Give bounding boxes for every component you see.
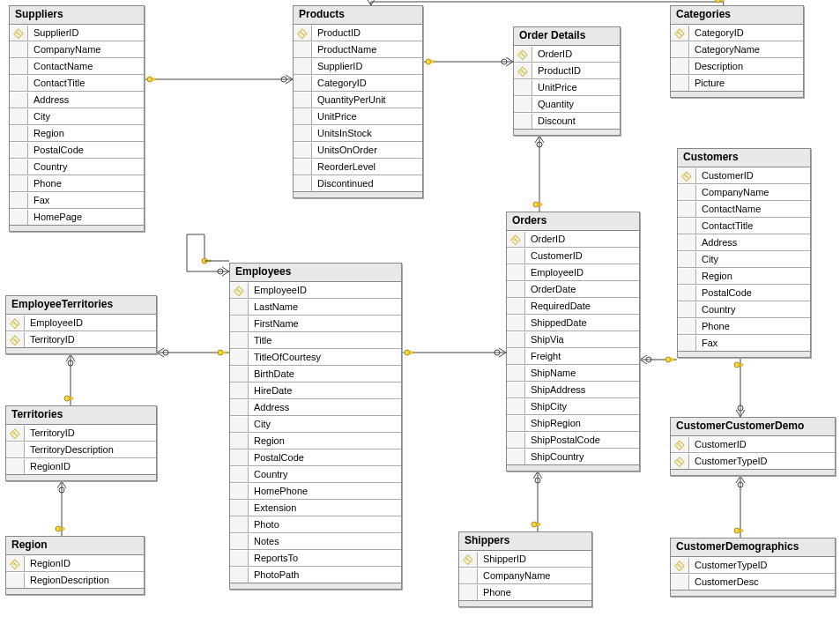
column-row[interactable]: ContactTitle — [678, 218, 810, 234]
column-row[interactable]: RegionDescription — [6, 572, 144, 588]
column-row[interactable]: ⚿CategoryID — [671, 25, 803, 41]
column-row[interactable]: HomePage — [10, 209, 144, 225]
entity-categories[interactable]: Categories⚿CategoryIDCategoryNameDescrip… — [670, 5, 804, 98]
column-row[interactable]: CategoryName — [671, 41, 803, 58]
entity-header[interactable]: Categories — [671, 6, 803, 25]
column-row[interactable]: ⚿CustomerID — [678, 167, 810, 184]
entity-region[interactable]: Region⚿RegionIDRegionDescription — [5, 536, 145, 595]
column-row[interactable]: CustomerDesc — [671, 574, 835, 590]
column-row[interactable]: ⚿TerritoryID — [6, 331, 156, 347]
column-row[interactable]: Country — [678, 301, 810, 318]
column-row[interactable]: ShipName — [507, 365, 639, 382]
column-row[interactable]: Phone — [678, 318, 810, 335]
entity-orders[interactable]: Orders⚿OrderIDCustomerIDEmployeeIDOrderD… — [506, 212, 640, 472]
column-row[interactable]: EmployeeID — [507, 264, 639, 281]
entity-customerdemographics[interactable]: CustomerDemographics⚿CustomerTypeIDCusto… — [670, 538, 836, 597]
column-row[interactable]: PostalCode — [678, 285, 810, 301]
column-row[interactable]: ⚿SupplierID — [10, 25, 144, 41]
column-row[interactable]: ShippedDate — [507, 315, 639, 331]
entity-employees[interactable]: Employees⚿EmployeeIDLastNameFirstNameTit… — [229, 263, 402, 590]
column-row[interactable]: ProductName — [294, 41, 422, 58]
column-row[interactable]: CategoryID — [294, 75, 422, 92]
entity-orderdetails[interactable]: Order Details⚿OrderID⚿ProductIDUnitPrice… — [513, 26, 621, 136]
column-row[interactable]: HireDate — [230, 383, 401, 399]
column-row[interactable]: CompanyName — [10, 41, 144, 58]
column-row[interactable]: Freight — [507, 348, 639, 365]
column-row[interactable]: ⚿ProductID — [514, 63, 620, 79]
entity-suppliers[interactable]: Suppliers⚿SupplierIDCompanyNameContactNa… — [9, 5, 145, 232]
column-row[interactable]: ShipCity — [507, 398, 639, 415]
column-row[interactable]: ReorderLevel — [294, 159, 422, 175]
column-row[interactable]: Photo — [230, 516, 401, 533]
column-row[interactable]: CompanyName — [459, 568, 591, 584]
column-row[interactable]: Country — [230, 466, 401, 483]
column-row[interactable]: ContactName — [678, 201, 810, 218]
column-row[interactable]: ReportsTo — [230, 550, 401, 567]
column-row[interactable]: TitleOfCourtesy — [230, 349, 401, 366]
entity-header[interactable]: EmployeeTerritories — [6, 296, 156, 315]
column-row[interactable]: UnitsOnOrder — [294, 142, 422, 159]
column-row[interactable]: UnitsInStock — [294, 125, 422, 142]
column-row[interactable]: CustomerID — [507, 248, 639, 264]
column-row[interactable]: HomePhone — [230, 483, 401, 500]
entity-header[interactable]: Customers — [678, 149, 810, 167]
entity-header[interactable]: Employees — [230, 264, 401, 282]
entity-header[interactable]: Products — [294, 6, 422, 25]
column-row[interactable]: Title — [230, 332, 401, 349]
column-row[interactable]: UnitPrice — [514, 79, 620, 96]
column-row[interactable]: CompanyName — [678, 184, 810, 201]
column-row[interactable]: ContactName — [10, 58, 144, 75]
column-row[interactable]: RequiredDate — [507, 298, 639, 315]
column-row[interactable]: Picture — [671, 75, 803, 91]
column-row[interactable]: Discount — [514, 113, 620, 129]
column-row[interactable]: UnitPrice — [294, 108, 422, 125]
entity-header[interactable]: CustomerCustomerDemo — [671, 418, 835, 436]
column-row[interactable]: ⚿EmployeeID — [230, 282, 401, 299]
column-row[interactable]: ⚿ShipperID — [459, 551, 591, 568]
entity-header[interactable]: Region — [6, 537, 144, 555]
column-row[interactable]: ShipPostalCode — [507, 432, 639, 449]
column-row[interactable]: Quantity — [514, 96, 620, 113]
column-row[interactable]: Region — [10, 125, 144, 142]
column-row[interactable]: City — [230, 416, 401, 433]
column-row[interactable]: PostalCode — [10, 142, 144, 159]
column-row[interactable]: LastName — [230, 299, 401, 316]
entity-employeeterritories[interactable]: EmployeeTerritories⚿EmployeeID⚿Territory… — [5, 295, 157, 354]
column-row[interactable]: ⚿OrderID — [514, 46, 620, 63]
column-row[interactable]: ShipAddress — [507, 382, 639, 398]
column-row[interactable]: FirstName — [230, 316, 401, 332]
column-row[interactable]: ⚿OrderID — [507, 231, 639, 248]
column-row[interactable]: City — [10, 108, 144, 125]
entity-territories[interactable]: Territories⚿TerritoryIDTerritoryDescript… — [5, 405, 157, 481]
column-row[interactable]: ShipVia — [507, 331, 639, 348]
entity-header[interactable]: Order Details — [514, 27, 620, 46]
column-row[interactable]: Notes — [230, 533, 401, 550]
column-row[interactable]: ⚿ProductID — [294, 25, 422, 41]
column-row[interactable]: PostalCode — [230, 449, 401, 466]
column-row[interactable]: ShipCountry — [507, 449, 639, 464]
column-row[interactable]: Description — [671, 58, 803, 75]
column-row[interactable]: Address — [230, 399, 401, 416]
column-row[interactable]: ShipRegion — [507, 415, 639, 432]
column-row[interactable]: ⚿CustomerID — [671, 436, 835, 453]
entity-header[interactable]: Orders — [507, 212, 639, 231]
entity-header[interactable]: Territories — [6, 406, 156, 425]
column-row[interactable]: Phone — [10, 175, 144, 192]
entity-products[interactable]: Products⚿ProductIDProductNameSupplierIDC… — [293, 5, 423, 198]
column-row[interactable]: Address — [678, 234, 810, 251]
column-row[interactable]: Phone — [459, 584, 591, 600]
column-row[interactable]: Discontinued — [294, 175, 422, 191]
column-row[interactable]: Extension — [230, 500, 401, 516]
column-row[interactable]: ⚿RegionID — [6, 555, 144, 572]
column-row[interactable]: OrderDate — [507, 281, 639, 298]
column-row[interactable]: SupplierID — [294, 58, 422, 75]
column-row[interactable]: Country — [10, 159, 144, 175]
entity-header[interactable]: Shippers — [459, 532, 591, 551]
entity-header[interactable]: CustomerDemographics — [671, 539, 835, 557]
column-row[interactable]: ⚿CustomerTypeID — [671, 557, 835, 574]
column-row[interactable]: ⚿CustomerTypeID — [671, 453, 835, 469]
column-row[interactable]: PhotoPath — [230, 567, 401, 583]
column-row[interactable]: Fax — [678, 335, 810, 351]
entity-customers[interactable]: Customers⚿CustomerIDCompanyNameContactNa… — [677, 148, 811, 358]
entity-customercustomerdemo[interactable]: CustomerCustomerDemo⚿CustomerID⚿Customer… — [670, 417, 836, 476]
